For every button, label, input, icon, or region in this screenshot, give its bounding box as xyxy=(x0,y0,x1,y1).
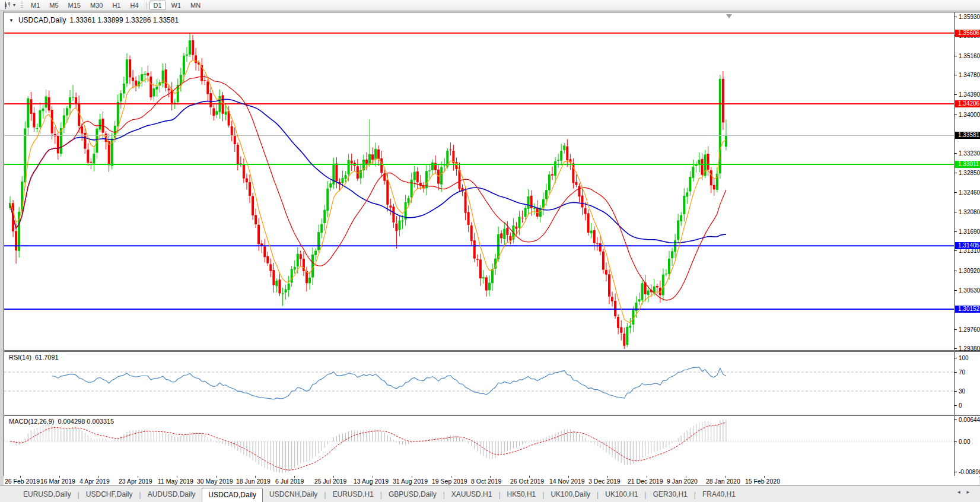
date-tick-label[interactable]: 18 Jun 2019 xyxy=(236,478,271,485)
chart-tab-ger30-h1[interactable]: GER30,H1 xyxy=(647,487,694,502)
timeframe-button-m5[interactable]: M5 xyxy=(45,1,62,10)
macd-tick-label: 0.00 xyxy=(959,439,970,445)
chart-symbol-label: USDCAD,Daily xyxy=(18,16,66,24)
rsi-canvas[interactable] xyxy=(4,352,954,414)
current-price-label: 1.33581 xyxy=(955,132,980,139)
price-tick-label: 1.32460 xyxy=(959,189,980,196)
timeframe-buttons: M1M5M15M30H1H4D1W1MN xyxy=(26,1,205,10)
chart-tab-uk100-h1[interactable]: UK100,H1 xyxy=(599,487,644,502)
macd-values: 0.004298 0.003315 xyxy=(58,418,114,425)
chart-tab-gbpusd-daily[interactable]: GBPUSD,Daily xyxy=(382,487,443,502)
chart-tab-usdchf-daily[interactable]: USDCHF,Daily xyxy=(79,487,139,502)
macd-axis[interactable]: 0.0064480.00-0.00898 xyxy=(954,416,980,476)
hline-price-label: 1.31405 xyxy=(955,242,980,249)
tab-scroll-right-icon[interactable]: ► xyxy=(966,490,975,495)
date-tick-label[interactable]: 14 Nov 2019 xyxy=(549,478,585,485)
price-tick-label: 1.30920 xyxy=(959,268,980,274)
price-tick-label: 1.33230 xyxy=(959,150,980,157)
hline-price-label: 1.35606 xyxy=(955,30,980,37)
date-axis[interactable]: 26 Feb 201916 Mar 20194 Apr 201923 Apr 2… xyxy=(4,476,979,485)
price-tick-label: 1.32080 xyxy=(959,209,980,215)
date-tick-label[interactable]: 15 Feb 2020 xyxy=(745,478,780,485)
toolbar-dropdown-caret[interactable]: ▾ xyxy=(13,2,15,8)
hline-price-label: 1.34206 xyxy=(955,100,980,107)
chart-title: ▼ USDCAD,Daily 1.33361 1.33899 1.33286 1… xyxy=(9,16,179,24)
timeframe-button-m15[interactable]: M15 xyxy=(64,1,85,10)
timeframe-toolbar: ▾ M1M5M15M30H1H4D1W1MN xyxy=(0,0,980,11)
chart-tab-eurusd-h1[interactable]: EURUSD,H1 xyxy=(326,487,380,502)
chart-ohlc-quote: 1.33361 1.33899 1.33286 1.33581 xyxy=(70,16,179,24)
price-tick-label: 1.32850 xyxy=(959,170,980,176)
date-tick-label[interactable]: 6 Jul 2019 xyxy=(275,478,304,485)
chart-tab-hk50-h1[interactable]: HK50,H1 xyxy=(501,487,543,502)
price-tick-label: 1.34390 xyxy=(959,91,980,98)
timeframe-button-m30[interactable]: M30 xyxy=(86,1,107,10)
price-tick-label: 1.29760 xyxy=(959,326,980,333)
date-tick-label[interactable]: 13 Aug 2019 xyxy=(354,478,389,485)
rsi-axis[interactable]: 10070300 xyxy=(954,352,980,415)
price-tick-label: 1.35160 xyxy=(959,53,980,59)
rsi-header: RSI(14) 61.7091 xyxy=(9,354,59,361)
charts-toolbar-icon[interactable] xyxy=(4,2,12,9)
price-tick-label: 1.31690 xyxy=(959,228,980,235)
price-axis[interactable]: 1.359301.355501.351601.347801.343901.340… xyxy=(954,12,980,350)
date-tick-label[interactable]: 16 Mar 2019 xyxy=(40,478,75,485)
macd-tick-label: -0.00898 xyxy=(959,469,980,475)
date-tick-label[interactable]: 3 Dec 2019 xyxy=(588,478,621,485)
indicator-window-rsi: RSI(14) 61.7091 10070300 xyxy=(4,351,980,415)
tab-scroll-left-icon[interactable]: ◄ xyxy=(956,490,966,495)
hline-price-label: 1.30152 xyxy=(955,306,980,313)
rsi-tick-label: 70 xyxy=(959,369,965,376)
candlestick-icon xyxy=(4,2,12,9)
chart-tab-usdcad-daily[interactable]: USDCAD,Daily xyxy=(202,488,263,502)
price-tick-label: 1.34780 xyxy=(959,72,980,78)
chart-tab-fra40-h1[interactable]: FRA40,H1 xyxy=(696,487,742,502)
macd-label: MACD(12,26,9) xyxy=(9,418,54,425)
date-tick-label[interactable]: 8 Oct 2019 xyxy=(471,478,501,485)
timeframe-button-m1[interactable]: M1 xyxy=(27,1,44,10)
date-tick-label[interactable]: 31 Aug 2019 xyxy=(393,478,428,485)
timeframe-button-d1[interactable]: D1 xyxy=(149,1,166,10)
chart-tab-bar: EURUSD,Daily|USDCHF,Daily|AUDUSD,DailyUS… xyxy=(0,485,980,502)
toolbar-grip[interactable] xyxy=(21,2,23,9)
timeframe-button-w1[interactable]: W1 xyxy=(167,1,186,10)
date-tick-label[interactable]: 19 Sep 2019 xyxy=(432,478,467,485)
rsi-value: 61.7091 xyxy=(35,354,59,361)
tab-scroll-arrows: ◄► xyxy=(956,490,975,495)
toolbar-separator xyxy=(146,2,147,9)
price-tick-label: 1.35930 xyxy=(959,14,980,20)
date-tick-label[interactable]: 26 Oct 2019 xyxy=(510,478,544,485)
timeframe-button-mn[interactable]: MN xyxy=(186,1,205,10)
date-tick-label[interactable]: 23 Apr 2019 xyxy=(119,478,152,485)
date-tick-label[interactable]: 28 Jan 2020 xyxy=(706,478,740,485)
mt4-terminal: { "toolbar": { "icon_caret": "▾", "timef… xyxy=(0,0,980,502)
chart-window-main: ▼ USDCAD,Daily 1.33361 1.33899 1.33286 1… xyxy=(4,12,980,351)
rsi-tick-label: 100 xyxy=(959,355,969,361)
chart-tab-xauusd-h1[interactable]: XAUUSD,H1 xyxy=(445,487,499,502)
macd-tick-label: 0.006448 xyxy=(959,417,980,423)
chart-tab-usdcnh-daily[interactable]: USDCNH,Daily xyxy=(263,487,324,502)
date-tick-label[interactable]: 9 Jan 2020 xyxy=(667,478,698,485)
main-chart-canvas[interactable] xyxy=(4,12,954,349)
rsi-tick-label: 30 xyxy=(959,388,965,395)
chart-tab-uk100-daily[interactable]: UK100,Daily xyxy=(544,487,597,502)
collapse-triangle-icon[interactable]: ▼ xyxy=(9,18,14,23)
timeframe-button-h1[interactable]: H1 xyxy=(108,1,125,10)
date-tick-label[interactable]: 26 Feb 2019 xyxy=(5,478,40,485)
price-tick-label: 1.30530 xyxy=(959,287,980,294)
date-tick-label[interactable]: 11 May 2019 xyxy=(158,478,193,485)
date-tick-label[interactable]: 21 Dec 2019 xyxy=(628,478,663,485)
rsi-tick-label: 0 xyxy=(959,402,962,409)
hline-price-label: 1.33011 xyxy=(955,161,980,168)
price-tick-label: 1.34000 xyxy=(959,112,980,118)
indicator-window-macd: MACD(12,26,9) 0.004298 0.003315 0.006448… xyxy=(4,415,980,476)
timeframe-button-h4[interactable]: H4 xyxy=(126,1,142,10)
macd-canvas[interactable] xyxy=(4,416,954,475)
date-tick-label[interactable]: 25 Jul 2019 xyxy=(314,478,346,485)
chart-tab-eurusd-daily[interactable]: EURUSD,Daily xyxy=(17,487,78,502)
date-tick-label[interactable]: 4 Apr 2019 xyxy=(79,478,110,485)
date-tick-label[interactable]: 30 May 2019 xyxy=(197,478,233,485)
rsi-label: RSI(14) xyxy=(9,354,31,361)
macd-header: MACD(12,26,9) 0.004298 0.003315 xyxy=(9,418,114,425)
chart-tab-audusd-daily[interactable]: AUDUSD,Daily xyxy=(141,487,202,502)
